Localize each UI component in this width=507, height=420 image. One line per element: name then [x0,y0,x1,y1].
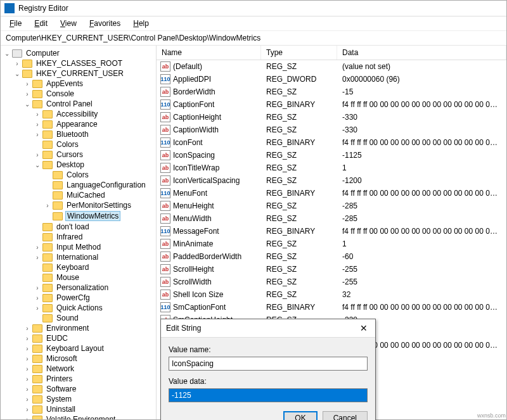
tree-node-eudc[interactable]: ›EUDC [1,333,156,343]
chevron-right-icon[interactable]: › [44,202,51,209]
value-row[interactable]: abBorderWidthREG_SZ-15 [157,86,506,98]
tree-node-hkey-current-user[interactable]: ⌄HKEY_CURRENT_USER [1,68,156,79]
value-row[interactable]: abCaptionWidthREG_SZ-330 [157,124,506,136]
chevron-right-icon[interactable]: › [23,376,31,383]
tree-node-volatile-environment[interactable]: ›Volatile Environment [1,414,156,419]
tree-node-control-panel[interactable]: ⌄Control Panel [1,99,156,109]
address-bar[interactable]: Computer\HKEY_CURRENT_USER\Control Panel… [1,31,506,46]
tree-node-international[interactable]: ›International [1,252,156,262]
tree-node-accessibility[interactable]: ›Accessibility [1,109,156,119]
chevron-right-icon[interactable]: › [34,244,41,251]
chevron-right-icon[interactable]: › [34,295,41,302]
col-data[interactable]: Data [337,46,506,60]
tree-node-cursors[interactable]: ›Cursors [1,150,156,160]
value-row[interactable]: 110CaptionFontREG_BINARYf4 ff ff ff 00 0… [157,98,506,111]
chevron-right-icon[interactable]: › [23,325,31,332]
tree-node-colors[interactable]: Colors [1,170,156,180]
dialog-titlebar[interactable]: Edit String ✕ [161,319,375,338]
tree-node-powercfg[interactable]: ›PowerCfg [1,293,156,303]
value-row[interactable]: abMinAnimateREG_SZ1 [157,238,506,250]
chevron-right-icon[interactable]: › [34,111,41,118]
chevron-right-icon[interactable]: › [34,131,41,138]
tree-node-permonitorsettings[interactable]: ›PerMonitorSettings [1,200,156,210]
chevron-right-icon[interactable]: › [34,151,41,158]
menu-edit[interactable]: Edit [29,18,53,29]
chevron-down-icon[interactable]: ⌄ [23,101,31,108]
tree-node-system[interactable]: ›System [1,394,156,404]
value-row[interactable]: abIconSpacingREG_SZ-1125 [157,149,506,162]
value-name-input[interactable] [169,357,368,371]
value-row[interactable]: 110MenuFontREG_BINARYf4 ff ff ff 00 00 0… [157,187,506,200]
chevron-right-icon[interactable]: › [23,335,31,342]
chevron-right-icon[interactable]: › [34,254,41,261]
tree-node-input-method[interactable]: ›Input Method [1,242,156,252]
value-row[interactable]: 110AppliedDPIREG_DWORD0x00000060 (96) [157,73,506,86]
menu-favorites[interactable]: Favorites [84,18,125,29]
value-row[interactable]: abCaptionHeightREG_SZ-330 [157,111,506,124]
value-row[interactable]: abScrollWidthREG_SZ-255 [157,276,506,288]
tree-node-computer[interactable]: ⌄Computer [1,48,156,58]
chevron-right-icon[interactable]: › [23,80,31,87]
tree-node-uninstall[interactable]: ›Uninstall [1,404,156,414]
tree-node-printers[interactable]: ›Printers [1,374,156,384]
chevron-right-icon[interactable]: › [23,386,31,393]
value-row[interactable]: 110SmCaptionFontREG_BINARYf4 ff ff ff 00… [157,301,506,314]
chevron-right-icon[interactable]: › [23,345,31,352]
tree-node-appevents[interactable]: ›AppEvents [1,79,156,89]
tree-node-languageconfiguration[interactable]: LanguageConfiguration [1,180,156,190]
tree-node-network[interactable]: ›Network [1,364,156,374]
value-row[interactable]: abIconTitleWrapREG_SZ1 [157,162,506,174]
tree-node-keyboard[interactable]: Keyboard [1,262,156,272]
tree-node-hkey-classes-root[interactable]: ›HKEY_CLASSES_ROOT [1,58,156,68]
tree-node-environment[interactable]: ›Environment [1,323,156,333]
col-name[interactable]: Name [157,46,261,60]
tree-node-colors[interactable]: Colors [1,139,156,150]
tree-node-sound[interactable]: Sound [1,313,156,323]
value-row[interactable]: abScrollHeightREG_SZ-255 [157,263,506,276]
menu-file[interactable]: File [4,18,27,29]
chevron-right-icon[interactable]: › [23,91,31,98]
tree-node-windowmetrics[interactable]: WindowMetrics [1,210,156,222]
col-type[interactable]: Type [261,46,337,60]
chevron-right-icon[interactable]: › [23,396,31,403]
tree-node-bluetooth[interactable]: ›Bluetooth [1,129,156,139]
chevron-right-icon[interactable]: › [23,366,31,372]
chevron-down-icon[interactable]: ⌄ [34,162,41,169]
chevron-right-icon[interactable]: › [23,416,31,420]
tree-node-appearance[interactable]: ›Appearance [1,119,156,129]
close-icon[interactable]: ✕ [357,323,370,333]
ok-button[interactable]: OK [283,411,317,420]
chevron-right-icon[interactable]: › [34,121,41,128]
value-row[interactable]: 110IconFontREG_BINARYf4 ff ff ff 00 00 0… [157,136,506,149]
value-row[interactable]: abMenuWidthREG_SZ-285 [157,212,506,225]
cancel-button[interactable]: Cancel [323,411,368,420]
titlebar[interactable]: Registry Editor [1,1,506,16]
tree-node-personalization[interactable]: ›Personalization [1,283,156,293]
chevron-right-icon[interactable]: › [34,305,41,312]
chevron-right-icon[interactable]: › [34,284,41,291]
tree-node-infrared[interactable]: Infrared [1,232,156,242]
value-row[interactable]: 110MessageFontREG_BINARYf4 ff ff ff 00 0… [157,225,506,238]
tree-node-quick-actions[interactable]: ›Quick Actions [1,303,156,313]
chevron-right-icon[interactable]: › [23,406,31,413]
tree-node-software[interactable]: ›Software [1,384,156,394]
chevron-right-icon[interactable]: › [23,355,31,362]
tree-node-don-t-load[interactable]: don't load [1,222,156,232]
chevron-right-icon[interactable]: › [13,60,21,67]
value-row[interactable]: abShell Icon SizeREG_SZ32 [157,288,506,301]
chevron-down-icon[interactable]: ⌄ [3,50,11,57]
menu-help[interactable]: Help [128,18,154,29]
tree-node-muicached[interactable]: MuiCached [1,190,156,200]
value-row[interactable]: abIconVerticalSpacingREG_SZ-1200 [157,174,506,187]
value-row[interactable]: ab(Default)REG_SZ(value not set) [157,60,506,73]
list-header[interactable]: Name Type Data [157,46,506,60]
tree-node-desktop[interactable]: ⌄Desktop [1,160,156,170]
menu-view[interactable]: View [55,18,82,29]
tree-node-console[interactable]: ›Console [1,89,156,99]
value-row[interactable]: abPaddedBorderWidthREG_SZ-60 [157,250,506,263]
value-row[interactable]: abMenuHeightREG_SZ-285 [157,200,506,212]
tree-node-keyboard-layout[interactable]: ›Keyboard Layout [1,343,156,353]
tree-pane[interactable]: ⌄Computer›HKEY_CLASSES_ROOT⌄HKEY_CURRENT… [1,46,157,419]
value-data-input[interactable] [169,388,368,402]
chevron-down-icon[interactable]: ⌄ [13,70,21,77]
